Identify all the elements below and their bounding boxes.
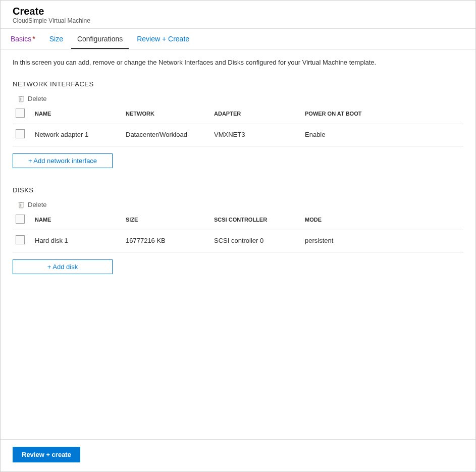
row-checkbox[interactable] [16, 129, 25, 138]
tab-basics[interactable]: Basics* [5, 29, 41, 49]
page-subtitle: CloudSimple Virtual Machine [13, 17, 463, 24]
disks-col-name: NAME [31, 215, 122, 230]
network-row-poweron: Enable [301, 124, 463, 146]
network-col-poweron: POWER ON AT BOOT [301, 109, 463, 124]
network-interfaces-title: NETWORK INTERFACES [13, 80, 463, 88]
page-title: Create [13, 6, 463, 17]
disks-title: DISKS [13, 186, 463, 194]
network-row-name: Network adapter 1 [31, 124, 122, 146]
disks-col-size: SIZE [122, 215, 210, 230]
page-description: In this screen you can add, remove or ch… [13, 59, 463, 66]
add-network-interface-button[interactable]: + Add network interface [13, 153, 113, 168]
disks-col-scsi: SCSI CONTROLLER [210, 215, 301, 230]
network-col-network: NETWORK [122, 109, 210, 124]
network-col-adapter: ADAPTER [210, 109, 301, 124]
tab-basics-label: Basics [11, 35, 31, 43]
network-delete-button[interactable]: Delete [28, 95, 47, 102]
trash-icon [18, 95, 25, 102]
table-row[interactable]: Hard disk 1 16777216 KB SCSI controller … [13, 230, 463, 252]
network-interfaces-toolbar: Delete [13, 95, 463, 102]
tabs-bar: Basics* Size Configurations Review + Cre… [1, 29, 475, 49]
disks-row-scsi: SCSI controller 0 [210, 230, 301, 252]
network-interfaces-section: NETWORK INTERFACES Delete NAME NETWORK A… [13, 80, 463, 168]
table-row[interactable]: Network adapter 1 Datacenter/Workload VM… [13, 124, 463, 146]
disks-table: NAME SIZE SCSI CONTROLLER MODE Hard disk… [13, 215, 463, 252]
disks-col-select [13, 215, 31, 230]
network-row-network: Datacenter/Workload [122, 124, 210, 146]
disks-row-size: 16777216 KB [122, 230, 210, 252]
disks-toolbar: Delete [13, 201, 463, 208]
disks-delete-button[interactable]: Delete [28, 201, 47, 208]
network-row-adapter: VMXNET3 [210, 124, 301, 146]
network-col-name: NAME [31, 109, 122, 124]
network-interfaces-table: NAME NETWORK ADAPTER POWER ON AT BOOT Ne… [13, 109, 463, 146]
add-disk-button[interactable]: + Add disk [13, 259, 113, 274]
tab-configurations[interactable]: Configurations [71, 29, 129, 49]
select-all-checkbox[interactable] [16, 109, 25, 118]
row-checkbox[interactable] [16, 235, 25, 244]
disks-row-mode: persistent [301, 230, 463, 252]
tab-size[interactable]: Size [43, 29, 69, 49]
disks-row-name: Hard disk 1 [31, 230, 122, 252]
disks-col-mode: MODE [301, 215, 463, 230]
page-header: Create CloudSimple Virtual Machine [1, 1, 475, 29]
disks-section: DISKS Delete NAME SIZE SCSI CONTROLLER M… [13, 186, 463, 274]
trash-icon [18, 201, 25, 208]
content-area: In this screen you can add, remove or ch… [1, 49, 475, 439]
network-col-select [13, 109, 31, 124]
tab-review-create[interactable]: Review + Create [131, 29, 195, 49]
modified-indicator: * [32, 35, 35, 43]
review-create-button[interactable]: Review + create [13, 447, 80, 462]
select-all-checkbox[interactable] [16, 215, 25, 224]
page-footer: Review + create [1, 439, 475, 471]
